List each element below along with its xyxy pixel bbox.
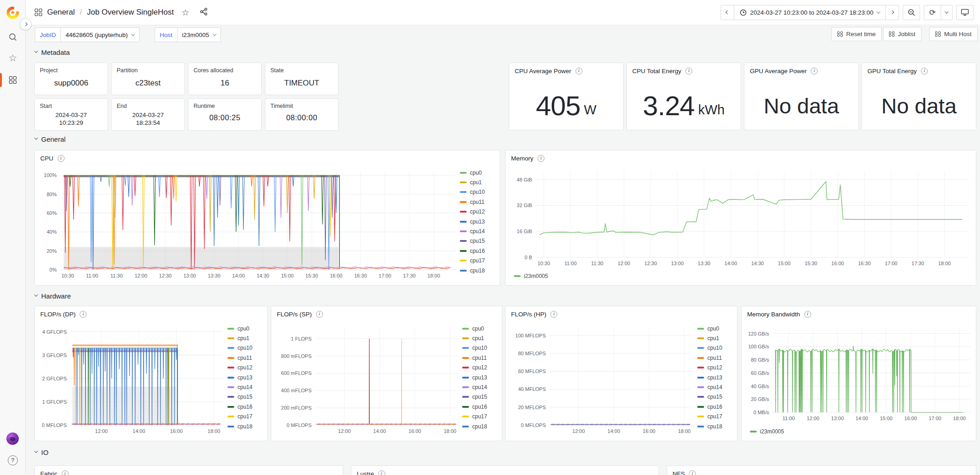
legend-item-cpu12[interactable]: cpu12 <box>460 207 497 217</box>
legend-item-cpu13[interactable]: cpu13 <box>460 217 497 226</box>
info-icon[interactable]: i <box>811 68 818 75</box>
legend-item-cpu1[interactable]: cpu1 <box>227 333 265 343</box>
legend-item-cpu10[interactable]: cpu10 <box>462 343 500 353</box>
zoom-out-button[interactable] <box>903 5 920 20</box>
legend-item-cpu10[interactable]: cpu10 <box>227 343 265 353</box>
legend-item-cpu11[interactable]: cpu11 <box>227 353 265 363</box>
legend-item-cpu18[interactable]: cpu18 <box>227 422 265 431</box>
legend-item-cpu0[interactable]: cpu0 <box>227 324 265 333</box>
starred-dashboards-icon[interactable]: ☆ <box>8 53 18 63</box>
time-range-text: 2024-03-27 10:23:00 to 2024-03-27 18:23:… <box>750 9 873 16</box>
legend-item-cpu12[interactable]: cpu12 <box>227 363 265 373</box>
legend-item-cpu14[interactable]: cpu14 <box>227 382 265 392</box>
legend-item-cpu11[interactable]: cpu11 <box>460 197 497 207</box>
legend-item-cpu0[interactable]: cpu0 <box>460 168 497 177</box>
legend-item-cpu15[interactable]: cpu15 <box>462 392 500 402</box>
legend-item-cpu17[interactable]: cpu17 <box>460 256 497 266</box>
legend-item-cpu17[interactable]: cpu17 <box>227 412 265 422</box>
section-general[interactable]: General <box>35 134 65 144</box>
breadcrumb-section[interactable]: General <box>47 8 75 17</box>
legend-item-cpu10[interactable]: cpu10 <box>460 187 497 197</box>
svg-text:80%: 80% <box>47 192 57 197</box>
info-icon[interactable]: i <box>921 68 928 75</box>
favorite-star-icon[interactable]: ☆ <box>182 7 189 18</box>
info-icon[interactable]: i <box>378 470 385 475</box>
info-icon[interactable]: i <box>685 68 692 75</box>
legend-color-swatch <box>460 270 467 272</box>
joblist-button[interactable]: Joblist <box>883 27 921 41</box>
legend-item-cpu1[interactable]: cpu1 <box>697 333 735 343</box>
reset-time-button[interactable]: Reset time <box>831 27 882 41</box>
legend-item-cpu12[interactable]: cpu12 <box>697 363 735 373</box>
info-icon[interactable]: i <box>538 155 544 162</box>
legend-item-cpu18[interactable]: cpu18 <box>697 422 735 431</box>
legend-item-cpu17[interactable]: cpu17 <box>462 412 500 422</box>
legend-item-cpu18[interactable]: cpu18 <box>462 422 500 431</box>
legend-item-cpu13[interactable]: cpu13 <box>227 373 265 382</box>
user-avatar[interactable] <box>6 432 19 445</box>
cpu-chart[interactable]: 10:3011:0011:3012:0012:3013:0013:3014:00… <box>38 166 460 283</box>
legend-item-cpu0[interactable]: cpu0 <box>462 324 500 333</box>
section-metadata[interactable]: Metadata <box>35 47 70 57</box>
cpu-average-power-panel: CPU Average Poweri 405W <box>509 63 624 130</box>
flops-hp-chart[interactable]: 12:0014:0016:0018:000 MFLOPS20 MFLOPS40 … <box>507 323 696 439</box>
info-icon[interactable]: i <box>80 311 86 318</box>
search-icon[interactable] <box>8 32 18 42</box>
legend-item-cpu18[interactable]: cpu18 <box>460 266 497 275</box>
legend-item-cpu16[interactable]: cpu16 <box>227 402 265 411</box>
host-select[interactable]: i23m0005 <box>178 27 221 42</box>
info-icon[interactable]: i <box>576 68 582 75</box>
flops-dp-chart[interactable]: 12:0014:0016:0018:000 MFLOPS1 GFLOPS2 GF… <box>37 323 226 439</box>
legend-item-cpu10[interactable]: cpu10 <box>697 343 735 353</box>
info-icon[interactable]: i <box>62 470 69 475</box>
dashboard-grid-icon[interactable] <box>35 9 42 16</box>
time-range-picker[interactable]: 2024-03-27 10:23:00 to 2024-03-27 18:23:… <box>734 5 886 20</box>
share-icon[interactable] <box>200 8 208 17</box>
time-shift-back-button[interactable] <box>721 5 734 20</box>
legend-item-cpu16[interactable]: cpu16 <box>460 246 497 256</box>
legend-item-cpu14[interactable]: cpu14 <box>697 382 735 392</box>
legend-item-cpu1[interactable]: cpu1 <box>460 177 497 187</box>
legend-item-cpu14[interactable]: cpu14 <box>460 226 497 236</box>
legend-item-cpu12[interactable]: cpu12 <box>462 363 500 373</box>
legend-item-cpu13[interactable]: cpu13 <box>462 373 500 382</box>
legend-item-cpu13[interactable]: cpu13 <box>697 373 735 382</box>
info-icon[interactable]: i <box>804 311 811 318</box>
jobid-select[interactable]: 44628605 (jupyterhub) <box>61 27 140 42</box>
legend-color-swatch <box>697 396 704 398</box>
legend-item-cpu0[interactable]: cpu0 <box>697 324 735 333</box>
info-icon[interactable]: i <box>689 470 696 475</box>
legend-item-cpu11[interactable]: cpu11 <box>462 353 500 363</box>
memory-bandwidth-chart[interactable]: 11:0012:0013:0014:0015:0016:0017:0018:00… <box>743 323 975 425</box>
refresh-button[interactable]: ⟳ <box>924 5 941 20</box>
lustre-panel: Lustrei <box>351 465 659 475</box>
dashboards-icon[interactable] <box>8 75 18 85</box>
grafana-logo-icon[interactable] <box>6 6 20 20</box>
info-icon[interactable]: i <box>58 155 65 162</box>
legend-item-cpu15[interactable]: cpu15 <box>697 392 735 402</box>
legend-item-cpu11[interactable]: cpu11 <box>697 353 735 363</box>
legend-item-cpu16[interactable]: cpu16 <box>697 402 735 411</box>
legend-item-cpu1[interactable]: cpu1 <box>462 333 500 343</box>
breadcrumb-page[interactable]: Job Overview SingleHost <box>87 8 174 17</box>
legend-item-cpu16[interactable]: cpu16 <box>462 402 500 411</box>
sidebar-expand-button[interactable] <box>20 18 32 30</box>
info-icon[interactable]: i <box>550 311 557 318</box>
multi-host-button[interactable]: Multi Host <box>929 27 978 41</box>
help-icon[interactable]: ? <box>8 455 18 465</box>
legend-item-cpu15[interactable]: cpu15 <box>227 392 265 402</box>
svg-text:60 MFLOPS: 60 MFLOPS <box>518 368 546 374</box>
legend-item-cpu14[interactable]: cpu14 <box>462 382 500 392</box>
legend-item-cpu17[interactable]: cpu17 <box>697 412 735 422</box>
legend-item-cpu15[interactable]: cpu15 <box>460 236 497 246</box>
flops-sp-chart[interactable]: 12:0014:0016:0018:000 MFLOPS200 mFLOPS40… <box>273 323 462 439</box>
kiosk-mode-button[interactable] <box>956 5 974 20</box>
memory-chart[interactable]: 10:3011:0011:3012:0012:3013:0013:3014:00… <box>509 166 973 270</box>
legend-item-i23m0005[interactable]: i23m0005 <box>514 272 548 281</box>
refresh-interval-dropdown[interactable] <box>941 5 953 20</box>
legend-item-i23m0005[interactable]: i23m0005 <box>750 427 784 437</box>
info-icon[interactable]: i <box>316 311 323 318</box>
section-io[interactable]: IO <box>35 447 48 457</box>
section-hardware[interactable]: Hardware <box>35 291 71 301</box>
time-shift-forward-button[interactable] <box>885 5 899 20</box>
